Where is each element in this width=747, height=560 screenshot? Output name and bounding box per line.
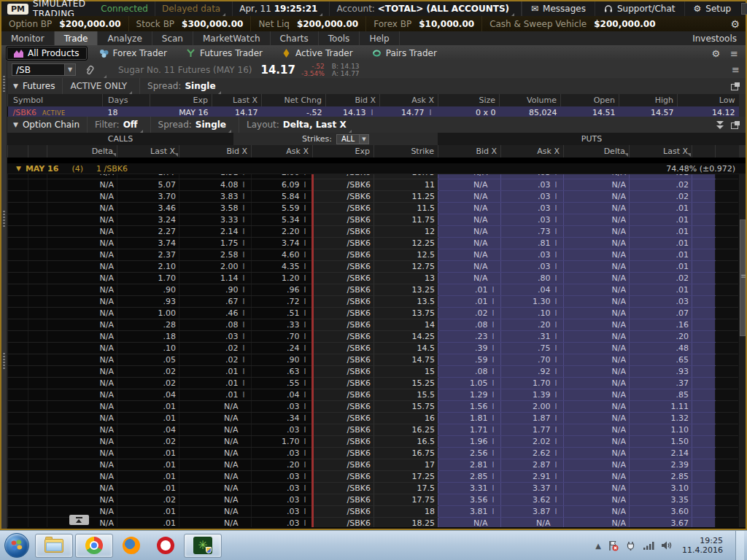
oc-put-bid-exchange[interactable]: I [491, 342, 501, 354]
oc-call-ask-exchange[interactable]: I [303, 295, 313, 307]
oc-call-bid-exchange[interactable]: I [241, 260, 252, 272]
oc-call-delta[interactable]: N/A [47, 179, 117, 190]
tab-charts[interactable]: Charts [271, 31, 319, 45]
oc-call-delta[interactable]: N/A [47, 330, 117, 342]
oc-put-ask[interactable]: 3.87 [501, 505, 554, 517]
oc-put-delta[interactable]: N/A [564, 494, 630, 505]
col-exp[interactable]: Exp [313, 145, 374, 158]
oc-put-bid[interactable]: 1.81 [438, 412, 491, 424]
option-chain-title[interactable]: Option Chain [23, 120, 80, 130]
show-desktop-button[interactable] [735, 531, 744, 560]
oc-put-last[interactable]: 1.10 [630, 424, 692, 435]
taskbar-explorer-button[interactable] [35, 534, 73, 558]
oc-put-last[interactable]: .02 [630, 272, 692, 284]
oc-call-delta[interactable]: N/A [47, 202, 117, 214]
oc-put-ask-exchange[interactable]: I [554, 260, 564, 272]
oc-exp[interactable]: /SBK6 [313, 202, 374, 214]
oc-call-ask[interactable]: .03 [252, 494, 303, 505]
oc-strike[interactable]: 12.5 [374, 249, 438, 260]
oc-put-delta[interactable]: N/A [564, 505, 630, 517]
oc-call-delta[interactable]: N/A [47, 319, 117, 330]
oc-put-ask[interactable]: .81 [501, 237, 554, 249]
oc-call-last[interactable]: .01 [117, 505, 179, 517]
oc-put-ask-exchange[interactable]: I [554, 412, 564, 424]
oc-put-delta[interactable]: N/A [564, 447, 630, 459]
oc-call-bid[interactable]: .67 [179, 295, 241, 307]
oc-put-ask[interactable]: 1.77 [501, 424, 554, 435]
tray-expand-icon[interactable]: ▲ [595, 542, 601, 550]
oc-call-last[interactable]: 2.37 [117, 249, 179, 260]
oc-call-ask[interactable]: 2.20 [252, 225, 303, 237]
oc-call-ask-exchange[interactable]: I [303, 179, 313, 190]
oc-call-ask[interactable]: .70 [252, 330, 303, 342]
oc-call-last[interactable]: 3.70 [117, 190, 179, 202]
col-put-delta[interactable]: Delta [564, 145, 630, 158]
oc-put-delta[interactable]: N/A [564, 179, 630, 190]
oc-call-bid[interactable]: N/A [179, 505, 241, 517]
oc-put-delta[interactable]: N/A [564, 354, 630, 365]
oc-put-ask[interactable]: .03 [501, 179, 554, 190]
oc-call-ask-exchange[interactable]: I [303, 354, 313, 365]
oc-put-last[interactable]: .93 [630, 365, 692, 377]
scrollbar-thumb[interactable] [740, 219, 746, 336]
oc-exp[interactable]: /SBK6 [313, 377, 374, 389]
oc-call-bid-exchange[interactable] [241, 494, 252, 505]
oc-put-ask-exchange[interactable]: I [554, 400, 564, 412]
oc-put-ask-exchange[interactable]: I [554, 482, 564, 494]
oc-put-ask[interactable]: .03 [501, 190, 554, 202]
oc-call-bid-exchange[interactable]: I [241, 319, 252, 330]
setup-button[interactable]: ⚙ Setup [684, 1, 740, 16]
oc-put-bid[interactable]: 2.81 [438, 459, 491, 470]
oc-put-delta[interactable]: N/A [564, 319, 630, 330]
oc-put-ask[interactable]: 3.62 [501, 494, 554, 505]
tab-forex-trader[interactable]: Forex Trader [92, 47, 174, 60]
tab-monitor[interactable]: Monitor [1, 31, 55, 45]
oc-put-delta[interactable]: N/A [564, 284, 630, 295]
oc-put-delta[interactable]: N/A [564, 237, 630, 249]
oc-call-bid-exchange[interactable] [241, 412, 252, 424]
oc-call-ask[interactable]: .03 [252, 447, 303, 459]
col-open[interactable]: Open [561, 94, 619, 106]
oc-put-ask-exchange[interactable]: I [554, 319, 564, 330]
oc-put-last[interactable]: 2.85 [630, 470, 692, 482]
oc-put-ask-exchange[interactable]: I [554, 225, 564, 237]
oc-call-ask-exchange[interactable]: I [303, 412, 313, 424]
oc-call-bid[interactable]: .46 [179, 307, 241, 319]
oc-put-ask-exchange[interactable]: I [554, 505, 564, 517]
oc-call-bid-exchange[interactable]: I [241, 214, 252, 225]
oc-call-delta[interactable]: N/A [47, 284, 117, 295]
oc-put-bid[interactable]: 1.96 [438, 435, 491, 447]
oc-call-bid-exchange[interactable]: I [241, 179, 252, 190]
oc-strike[interactable]: 15 [374, 365, 438, 377]
col-volume[interactable]: Volume [500, 94, 561, 106]
detach-panel-icon[interactable] [731, 82, 740, 90]
oc-put-bid[interactable]: N/A [438, 517, 491, 527]
scroll-to-top-button[interactable] [69, 515, 89, 525]
col-days[interactable]: Days [103, 94, 150, 106]
oc-put-ask-exchange[interactable]: I [554, 190, 564, 202]
oc-call-ask-exchange[interactable]: I [303, 435, 313, 447]
oc-call-last[interactable]: .05 [117, 354, 179, 365]
oc-put-bid-exchange[interactable]: I [491, 389, 501, 400]
oc-call-bid-exchange[interactable] [241, 400, 252, 412]
oc-call-ask[interactable]: .55 [252, 377, 303, 389]
oc-put-bid-exchange[interactable]: I [491, 494, 501, 505]
oc-call-bid[interactable]: N/A [179, 412, 241, 424]
oc-put-ask-exchange[interactable]: I [554, 214, 564, 225]
network-signal-icon[interactable] [643, 540, 654, 551]
link-paperclip-icon[interactable] [85, 65, 94, 75]
tab-futures-trader[interactable]: Futures Trader [179, 47, 270, 60]
oc-call-last[interactable]: .02 [117, 494, 179, 505]
oc-exp[interactable]: /SBK6 [313, 424, 374, 435]
oc-put-bid-exchange[interactable] [491, 190, 501, 202]
oc-put-last[interactable]: 3.60 [630, 505, 692, 517]
investools-link[interactable]: Investools [684, 31, 746, 45]
oc-put-bid[interactable]: 1.56 [438, 400, 491, 412]
oc-put-bid[interactable]: N/A [438, 249, 491, 260]
oc-call-ask-exchange[interactable]: I [303, 249, 313, 260]
oc-put-bid[interactable]: N/A [438, 190, 491, 202]
oc-call-ask[interactable]: .33 [252, 319, 303, 330]
oc-put-ask-exchange[interactable]: I [554, 307, 564, 319]
oc-call-bid[interactable]: .02 [179, 354, 241, 365]
oc-exp[interactable]: /SBK6 [313, 470, 374, 482]
